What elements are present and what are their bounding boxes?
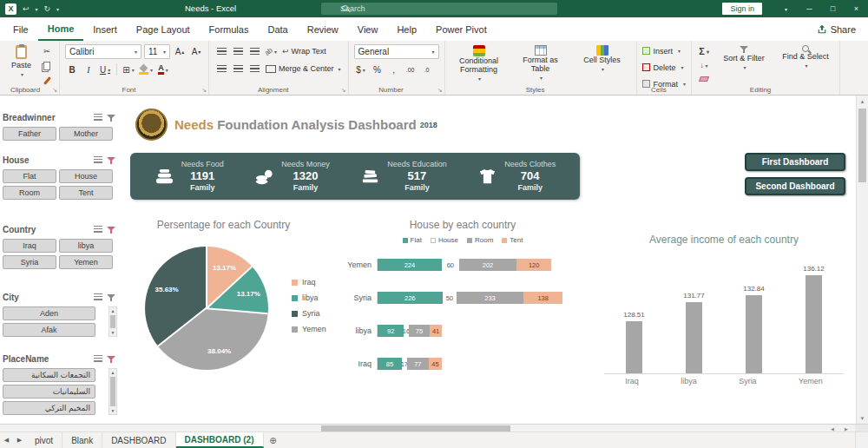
search-input[interactable] [340,4,514,13]
fill-down-button[interactable]: ↓▾ [697,58,711,72]
redo-icon[interactable]: ↻ [44,4,51,13]
slicer-item-aden[interactable]: Aden [3,306,95,320]
font-dialog-launcher-icon[interactable]: ↘ [201,87,207,94]
slicer-item-mother[interactable]: Mother [59,127,113,141]
first-dashboard-button[interactable]: First Dashboard [745,153,845,171]
slicer-scrollbar[interactable]: ▲▼ [108,306,117,337]
slicer-item-syria[interactable]: Syria [3,255,56,269]
slicer-scrollbar[interactable]: ▲▼ [108,368,117,415]
paste-button[interactable]: Paste ▾ [7,44,36,78]
slicer-item-afak[interactable]: Afak [3,323,95,337]
clear-filter-icon[interactable] [107,355,115,364]
new-sheet-button[interactable]: ⊕ [264,432,283,448]
bold-button[interactable]: B [65,63,79,76]
vertical-scroll-thumb[interactable] [858,109,866,182]
previous-sheet-icon[interactable]: ◀ [0,432,13,448]
cut-button[interactable]: ✂ [40,44,54,58]
excel-app-icon[interactable]: X [5,3,16,15]
horizontal-scrollbar[interactable]: ◀ ▶ [0,424,868,432]
ribbon-tab-data[interactable]: Data [258,17,297,41]
multiselect-icon[interactable] [94,114,102,122]
font-size-select[interactable]: 11▾ [144,44,170,59]
borders-button[interactable]: ⊞▾ [122,63,135,76]
ribbon-tab-formulas[interactable]: Formulas [200,17,259,41]
number-dialog-launcher-icon[interactable]: ↘ [437,87,443,94]
clear-filter-icon[interactable] [107,114,115,122]
scroll-down-icon[interactable]: ▼ [857,412,868,424]
delete-cells-button[interactable]: Delete▾ [642,61,687,74]
horizontal-scroll-thumb[interactable] [321,425,510,432]
increase-font-size-button[interactable]: A▴ [173,45,187,59]
scroll-up-icon[interactable]: ▲ [857,96,868,107]
slicer-scroll-down-icon[interactable]: ▼ [111,329,115,336]
comma-style-button[interactable]: , [387,63,401,76]
second-dashboard-button[interactable]: Second Dashboard [745,177,845,195]
percent-style-button[interactable]: % [371,63,385,76]
clear-filter-icon[interactable] [107,293,115,302]
slicer-item-room[interactable]: Room [3,186,56,200]
ribbon-tab-view[interactable]: View [348,17,388,41]
insert-cells-button[interactable]: Insert▾ [642,44,687,57]
slicer-item-father[interactable]: Father [3,127,56,141]
slicer-item-tent[interactable]: Tent [59,186,113,200]
close-button[interactable]: × [845,0,868,17]
slicer-scroll-thumb[interactable] [110,377,115,406]
multiselect-icon[interactable] [94,226,102,234]
vertical-scrollbar[interactable]: ▲ ▼ [856,96,868,424]
slicer-item-iraq[interactable]: Iraq [3,239,56,253]
ribbon-tab-help[interactable]: Help [387,17,426,41]
clipboard-dialog-launcher-icon[interactable]: ↘ [52,87,57,94]
sign-in-button[interactable]: Sign in [722,3,762,15]
slicer-item-house[interactable]: House [59,169,113,183]
wrap-text-button[interactable]: ↩Wrap Text [280,44,328,58]
align-top-button[interactable] [214,44,228,58]
italic-button[interactable]: I [82,63,95,76]
align-left-button[interactable] [214,62,228,76]
align-middle-button[interactable] [231,44,245,58]
slicer-item-yemen[interactable]: Yemen [59,255,113,269]
share-button[interactable]: Share [817,17,856,41]
ribbon-tab-insert[interactable]: Insert [83,17,127,41]
search-box[interactable] [321,3,557,15]
autosum-button[interactable]: Σ▾ [697,44,711,58]
ribbon-tab-home[interactable]: Home [38,17,84,41]
ribbon-tab-file[interactable]: File [3,17,38,41]
slicer-item-libya[interactable]: libya [59,239,113,253]
ribbon-display-options-icon[interactable]: ▾ [774,0,798,17]
column-chart[interactable]: Average income of each country 128.51131… [604,230,844,404]
ribbon-tab-page-layout[interactable]: Page Layout [127,17,200,41]
align-right-button[interactable] [247,62,261,76]
slicer-item-التجمعات-السكانية[interactable]: التجمعات السكانية [3,368,95,382]
slicer-scroll-thumb[interactable] [110,315,115,328]
cell-styles-button[interactable]: Cell Styles ▾ [574,44,631,73]
format-as-table-button[interactable]: Format as Table ▾ [512,44,569,82]
copy-button[interactable] [40,59,54,73]
sheet-tab-dashboard[interactable]: DASHBOARD [102,432,175,448]
slicer-scroll-down-icon[interactable]: ▼ [111,407,115,414]
multiselect-icon[interactable] [94,355,102,363]
slicer-item-السليمانيات[interactable]: السليمانيات [3,385,95,399]
multiselect-icon[interactable] [94,293,102,301]
clear-filter-icon[interactable] [107,156,115,165]
slicer-item-المخيم-التركي[interactable]: المخيم التركي [3,401,95,415]
conditional-formatting-button[interactable]: Conditional Formatting ▾ [450,44,508,82]
align-bottom-button[interactable] [247,44,261,58]
slicer-item-flat[interactable]: Flat [3,169,56,183]
decrease-decimal-button[interactable]: .0 [420,63,434,76]
quick-access-caret-icon[interactable]: ▾ [36,6,38,12]
font-name-select[interactable]: Calibri▾ [65,44,141,59]
undo-icon[interactable]: ↩ [23,4,30,13]
slicer-scroll-up-icon[interactable]: ▲ [111,369,115,376]
ribbon-tab-review[interactable]: Review [298,17,348,41]
orientation-button[interactable]: ab▾ [264,44,278,58]
sort-filter-button[interactable]: Sort & Filter ▾ [715,44,773,71]
sheet-tab-pivot[interactable]: pivot [26,432,62,448]
align-center-button[interactable] [231,62,245,76]
alignment-dialog-launcher-icon[interactable]: ↘ [341,87,346,94]
stacked-bar-chart[interactable]: House by each country FlatHouseRoomTent … [345,217,578,421]
merge-center-button[interactable]: Merge & Center▾ [264,62,343,76]
maximize-button[interactable]: □ [821,0,845,17]
clear-button[interactable] [697,72,711,86]
multiselect-icon[interactable] [94,156,102,164]
font-color-button[interactable]: A▾ [156,63,170,76]
